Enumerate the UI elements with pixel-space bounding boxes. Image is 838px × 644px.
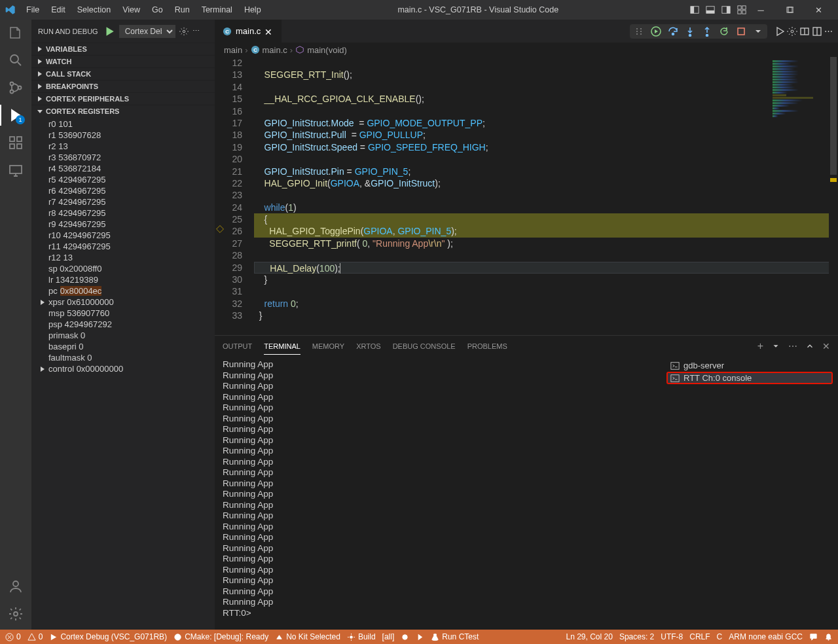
status-debug-launch[interactable] <box>401 633 409 641</box>
register-r10[interactable]: r10 4294967295 <box>48 230 215 241</box>
register-r6[interactable]: r6 4294967295 <box>48 185 215 196</box>
window-close[interactable]: ✕ <box>804 0 833 20</box>
run-file-icon[interactable] <box>774 26 785 37</box>
status-compiler[interactable]: ARM none eabi GCC <box>729 632 803 641</box>
register-lr[interactable]: lr 134219389 <box>48 274 215 285</box>
debug-config-select[interactable]: Cortex Deb <box>119 25 175 38</box>
sidebar-right-toggle-icon[interactable] <box>721 5 731 14</box>
register-r4[interactable]: r4 536872184 <box>48 163 215 174</box>
restart-icon[interactable] <box>719 26 729 37</box>
debug-gear-icon[interactable] <box>787 26 797 37</box>
status-cursor-pos[interactable]: Ln 29, Col 20 <box>566 632 613 641</box>
register-r8[interactable]: r8 4294967295 <box>48 207 215 219</box>
status-eol[interactable]: CRLF <box>689 632 710 641</box>
panel-tab-xrtos[interactable]: XRTOS <box>356 338 381 354</box>
run-debug-icon[interactable]: 1 <box>8 107 24 123</box>
register-r3[interactable]: r3 536870972 <box>48 152 215 163</box>
terminal-item-rtt[interactable]: RTT Ch:0 console <box>666 372 833 384</box>
customize-layout-icon[interactable] <box>737 5 746 14</box>
start-debug-icon[interactable] <box>103 26 115 37</box>
register-faultmask[interactable]: faultmask 0 <box>48 352 215 363</box>
menu-view[interactable]: View <box>117 3 145 17</box>
split-editor-icon[interactable] <box>812 26 822 37</box>
remote-icon[interactable] <box>8 162 24 178</box>
menu-selection[interactable]: Selection <box>72 3 116 17</box>
menu-go[interactable]: Go <box>147 3 168 17</box>
menu-file[interactable]: File <box>21 3 45 17</box>
status-run[interactable] <box>416 633 424 641</box>
code-editor[interactable]: 1213141516171819202122232425262728293031… <box>215 57 838 335</box>
panel-toggle-icon[interactable] <box>706 5 715 14</box>
register-psp[interactable]: psp 4294967292 <box>48 319 215 330</box>
status-ctest[interactable]: Run CTest <box>431 632 479 641</box>
window-maximize[interactable] <box>775 0 804 20</box>
source-control-icon[interactable] <box>8 80 24 96</box>
panel-close-icon[interactable]: ✕ <box>822 341 830 351</box>
tab-main-c[interactable]: C main.c ✕ <box>215 20 282 43</box>
register-r7[interactable]: r7 4294967295 <box>48 196 215 207</box>
register-r5[interactable]: r5 4294967295 <box>48 174 215 185</box>
panel-maximize-icon[interactable] <box>805 342 814 351</box>
section-breakpoints[interactable]: BREAKPOINTS <box>31 80 215 92</box>
layout-toggle-icon[interactable] <box>690 5 699 14</box>
status-bell-icon[interactable] <box>824 633 833 641</box>
status-errors[interactable]: 0 0 <box>5 632 43 641</box>
terminal-item-gdb[interactable]: gdb-server <box>666 359 833 372</box>
register-pc[interactable]: pc 0x80004ec <box>48 285 215 296</box>
register-r12[interactable]: r12 13 <box>48 252 215 263</box>
new-terminal-icon[interactable]: + <box>757 340 763 352</box>
register-msp[interactable]: msp 536907760 <box>48 308 215 319</box>
panel-tab-debugconsole[interactable]: DEBUG CONSOLE <box>393 338 456 354</box>
status-feedback-icon[interactable] <box>809 633 818 641</box>
section-callstack[interactable]: CALL STACK <box>31 68 215 80</box>
panel-tab-problems[interactable]: PROBLEMS <box>467 338 507 354</box>
continue-icon[interactable] <box>651 26 661 37</box>
panel-tab-output[interactable]: OUTPUT <box>223 338 252 354</box>
tab-close-icon[interactable]: ✕ <box>264 27 274 36</box>
more-icon[interactable]: ⋯ <box>192 27 200 35</box>
register-r0[interactable]: r0 101 <box>48 118 215 130</box>
editor-more-icon[interactable]: ⋯ <box>824 26 833 36</box>
step-out-icon[interactable] <box>702 26 712 37</box>
accounts-icon[interactable] <box>8 579 24 594</box>
menu-run[interactable]: Run <box>170 3 195 17</box>
status-build[interactable]: Build <box>347 632 376 641</box>
status-cmake[interactable]: CMake: [Debug]: Ready <box>173 632 268 641</box>
status-debug-config[interactable]: Cortex Debug (VSC_G071RB) <box>49 632 167 641</box>
status-spaces[interactable]: Spaces: 2 <box>619 632 654 641</box>
register-r11[interactable]: r11 4294967295 <box>48 241 215 252</box>
settings-gear-icon[interactable] <box>179 27 189 36</box>
extensions-icon[interactable] <box>8 135 24 151</box>
menu-help[interactable]: Help <box>239 3 266 17</box>
toolbar-chevron-down-icon[interactable] <box>753 26 763 37</box>
breadcrumb[interactable]: main› C main.c› main(void) <box>215 43 838 57</box>
status-encoding[interactable]: UTF-8 <box>661 632 683 641</box>
open-changes-icon[interactable] <box>799 26 810 37</box>
minimap[interactable] <box>770 57 829 155</box>
section-variables[interactable]: VARIABLES <box>31 43 215 55</box>
register-basepri[interactable]: basepri 0 <box>48 341 215 352</box>
search-icon[interactable] <box>8 52 24 68</box>
register-sp[interactable]: sp 0x20008ff0 <box>48 263 215 274</box>
menu-terminal[interactable]: Terminal <box>196 3 238 17</box>
window-minimize[interactable]: ─ <box>746 0 775 20</box>
drag-handle-icon[interactable] <box>634 26 644 37</box>
section-registers[interactable]: CORTEX REGISTERS <box>31 105 215 117</box>
stop-icon[interactable] <box>736 26 746 37</box>
status-target[interactable]: [all] <box>382 632 395 641</box>
status-kit[interactable]: No Kit Selected <box>275 632 340 641</box>
register-primask[interactable]: primask 0 <box>48 330 215 341</box>
step-into-icon[interactable] <box>685 26 695 37</box>
panel-more-icon[interactable]: ⋯ <box>788 341 797 351</box>
panel-tab-memory[interactable]: MEMORY <box>312 338 344 354</box>
terminal-output[interactable]: Running AppRunning AppRunning AppRunning… <box>215 357 661 630</box>
status-language[interactable]: C <box>717 632 723 641</box>
menu-edit[interactable]: Edit <box>46 3 71 17</box>
terminal-dropdown-icon[interactable] <box>771 342 780 351</box>
register-control[interactable]: control 0x00000000 <box>48 363 215 374</box>
explorer-icon[interactable] <box>8 25 24 41</box>
editor-scrollbar[interactable] <box>829 57 838 335</box>
section-watch[interactable]: WATCH <box>31 56 215 67</box>
panel-tab-terminal[interactable]: TERMINAL <box>264 338 301 355</box>
register-xpsr[interactable]: xpsr 0x61000000 <box>48 296 215 308</box>
